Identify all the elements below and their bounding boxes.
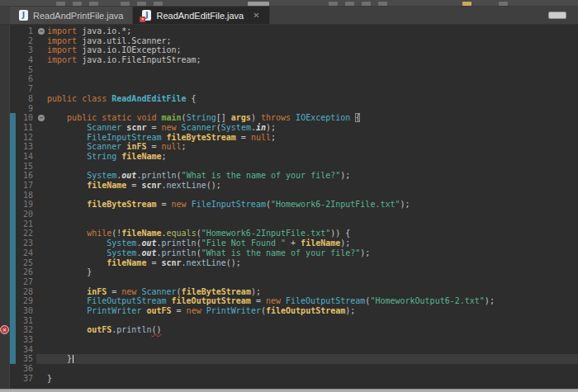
clipped-toolbar-icon[interactable] (362, 2, 371, 6)
minimized-toolbar-handle[interactable] (548, 12, 566, 19)
code-line-text[interactable] (47, 162, 578, 172)
code-line-text[interactable] (47, 345, 578, 355)
code-line[interactable]: 13 Scanner inFS = null; (0, 142, 578, 152)
clipped-toolbar-icon[interactable] (248, 2, 269, 6)
code-line-text[interactable]: System.out.println("What is the name of … (47, 248, 578, 258)
code-line-text[interactable] (47, 316, 578, 326)
code-token: fileOutputStream (172, 296, 251, 305)
code-line[interactable]: 1−import java.io.*; (0, 26, 578, 36)
code-line[interactable]: 8public class ReadAndEditFile { (0, 94, 578, 104)
fold-gutter-cell (36, 354, 47, 364)
code-line-text[interactable]: PrintWriter outFS = new PrintWriter(file… (47, 306, 578, 316)
code-line[interactable]: 16 System.out.println("What is the name … (0, 171, 578, 181)
clipped-toolbar-icon[interactable] (154, 2, 163, 6)
code-line-text[interactable]: } (47, 267, 578, 277)
clipped-toolbar-icon[interactable] (73, 2, 82, 6)
code-line[interactable]: 22 while(!fileName.equals("Homework6-2In… (0, 229, 578, 239)
code-line-text[interactable]: import java.io.IOException; (47, 45, 578, 55)
clipped-toolbar-icon[interactable] (89, 2, 98, 6)
clipped-toolbar-icon[interactable] (378, 2, 387, 6)
code-line-text[interactable]: fileName = scnr.nextLine(); (47, 181, 578, 191)
code-line[interactable]: ✕32 outFS.println() (0, 325, 578, 335)
code-line[interactable]: 26 } (0, 267, 578, 277)
code-line[interactable]: 30 PrintWriter outFS = new PrintWriter(f… (0, 306, 578, 316)
code-line[interactable]: 21 (0, 220, 578, 229)
code-line[interactable]: 11 Scanner scnr = new Scanner(System.in)… (0, 123, 578, 133)
code-line[interactable]: 6 (0, 74, 578, 84)
code-line[interactable]: 10− public static void main(String[] arg… (0, 113, 578, 123)
code-line-text[interactable] (47, 364, 578, 374)
code-line-text[interactable]: public static void main(String[] args) t… (47, 113, 578, 123)
code-line-text[interactable]: while(!fileName.equals("Homework6-2Input… (47, 229, 578, 239)
code-line[interactable]: 19 fileByteStream = new FileInputStream(… (0, 200, 578, 210)
code-line-text[interactable]: fileName = scnr.nextLine(); (47, 258, 578, 268)
code-line[interactable]: 25 fileName = scnr.nextLine(); (0, 258, 578, 268)
code-line-text[interactable]: import java.io.FileInputStream; (47, 55, 578, 65)
code-line[interactable]: 24 System.out.println("What is the name … (0, 248, 578, 258)
code-line-text[interactable] (47, 74, 578, 84)
code-line[interactable]: 9 (0, 104, 578, 114)
code-line[interactable]: 27 (0, 277, 578, 287)
fold-gutter-cell (36, 45, 47, 55)
code-editor[interactable]: 1−import java.io.*;2import java.util.Sca… (0, 25, 578, 392)
code-line[interactable]: 4import java.io.FileInputStream; (0, 55, 578, 65)
code-line-text[interactable]: public class ReadAndEditFile { (47, 94, 578, 104)
marker-bar-cell (0, 229, 10, 239)
fold-collapse-icon[interactable]: − (38, 28, 45, 35)
code-line-text[interactable]: System.out.println("File Not Found " + f… (47, 239, 578, 248)
code-line-text[interactable]: FileOutputStream fileOutputStream = new … (47, 296, 578, 306)
code-line[interactable]: 18 (0, 191, 578, 201)
code-line[interactable]: 5 (0, 65, 578, 75)
code-line-text[interactable]: import java.util.Scanner; (47, 36, 578, 46)
code-line-text[interactable] (47, 335, 578, 345)
clipped-toolbar-icon[interactable] (345, 2, 354, 6)
code-line-text[interactable] (47, 277, 578, 287)
code-line-text[interactable] (47, 191, 578, 201)
code-line-text[interactable]: System.out.println("What is the name of … (47, 171, 578, 181)
code-line-text[interactable]: inFS = new Scanner(fileByteStream); (47, 287, 578, 297)
code-line[interactable]: 3import java.io.IOException; (0, 45, 578, 55)
code-line-text[interactable]: } (47, 354, 578, 364)
code-line-text[interactable]: Scanner scnr = new Scanner(System.in); (47, 123, 578, 133)
marker-bar-cell (0, 133, 10, 143)
code-line-text[interactable]: Scanner inFS = null; (47, 142, 578, 152)
close-icon[interactable]: ✕ (253, 11, 259, 20)
code-line[interactable]: 20 (0, 210, 578, 220)
clipped-toolbar-icon[interactable] (121, 2, 130, 6)
code-line[interactable]: 36 (0, 364, 578, 374)
code-line[interactable]: 29 FileOutputStream fileOutputStream = n… (0, 296, 578, 306)
code-line[interactable]: 34 (0, 345, 578, 355)
clipped-toolbar-icon[interactable] (462, 2, 471, 6)
code-line-text[interactable]: } (47, 374, 578, 384)
clipped-toolbar-icon[interactable] (499, 2, 508, 6)
code-line[interactable]: 35 } (0, 354, 578, 364)
code-line[interactable]: 7 (0, 84, 578, 94)
code-line-text[interactable]: fileByteStream = new FileInputStream("Ho… (47, 200, 578, 210)
clipped-toolbar-icon[interactable] (56, 2, 65, 6)
code-line[interactable]: 28 inFS = new Scanner(fileByteStream); (0, 287, 578, 297)
code-line-text[interactable] (47, 104, 578, 114)
code-line[interactable]: 37} (0, 374, 578, 384)
code-line[interactable]: 17 fileName = scnr.nextLine(); (0, 181, 578, 191)
tab-readandprintfile-java[interactable]: JReadAndPrintFile.java (10, 7, 133, 24)
code-line[interactable]: 14 String fileName; (0, 152, 578, 162)
code-line-text[interactable]: import java.io.*; (47, 26, 578, 36)
clipped-toolbar-icon[interactable] (329, 2, 338, 6)
fold-collapse-icon[interactable]: − (38, 115, 45, 121)
error-marker-icon[interactable]: ✕ (0, 325, 9, 334)
code-line[interactable]: 2import java.util.Scanner; (0, 36, 578, 46)
code-line-text[interactable] (47, 220, 578, 229)
code-line-text[interactable]: String fileName; (47, 152, 578, 162)
code-line[interactable]: 12 FileInputStream fileByteStream = null… (0, 133, 578, 143)
code-line-text[interactable]: outFS.println() (47, 325, 578, 335)
code-line-text[interactable] (47, 84, 578, 94)
code-line-text[interactable]: FileInputStream fileByteStream = null; (47, 133, 578, 143)
clipped-toolbar-icon[interactable] (137, 2, 146, 6)
code-line[interactable]: 23 System.out.println("File Not Found " … (0, 239, 578, 248)
code-line[interactable]: 15 (0, 162, 578, 172)
code-line[interactable]: 31 (0, 316, 578, 326)
code-line[interactable]: 33 (0, 335, 578, 345)
code-line-text[interactable] (47, 65, 578, 75)
code-line-text[interactable] (47, 210, 578, 220)
tab-readandeditfile-java[interactable]: J✕ReadAndEditFile.java✕ (133, 7, 269, 24)
